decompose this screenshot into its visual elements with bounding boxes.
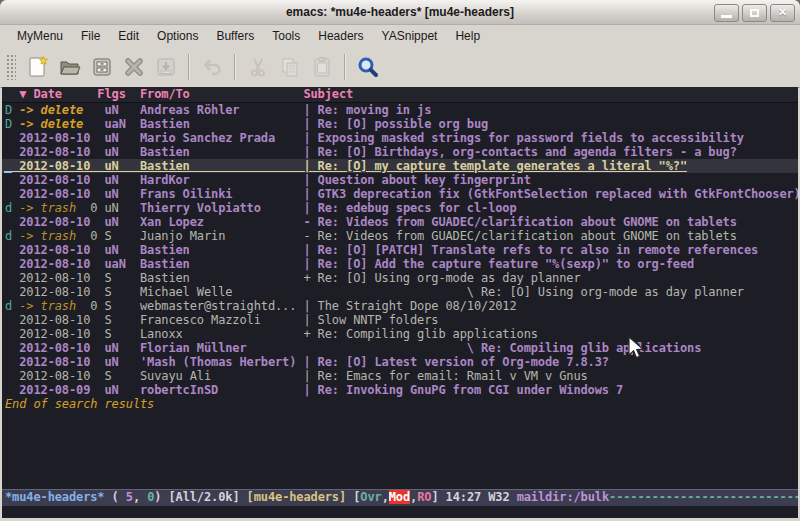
- row-read: 0 S Juanjo Marin - Re: Videos from GUADE…: [83, 229, 737, 243]
- toolbar-separator: [344, 54, 346, 80]
- message-row[interactable]: 2012-08-10 uN Florian Müllner \ Re: Comp…: [2, 341, 798, 355]
- mode-line[interactable]: *mu4e-headers* ( 5, 0) [All/2.0k] [mu4e-…: [2, 489, 798, 506]
- message-row[interactable]: 2012-08-10 uN Bastien | Re: [O] [PATCH] …: [2, 243, 798, 257]
- message-row[interactable]: d -> trash 0 S Juanjo Marin - Re: Videos…: [2, 229, 798, 243]
- menu-item-yasnippet[interactable]: YASnippet: [373, 25, 447, 47]
- message-row[interactable]: 2012-08-10 S Suvayu Ali | Re: Emacs for …: [2, 369, 798, 383]
- message-row[interactable]: 2012-08-10 uN Bastien | Re: [O] Birthday…: [2, 145, 798, 159]
- row-unread: Thierry Volpiatto | Re: edebug specs for…: [140, 201, 517, 215]
- new-file-icon[interactable]: [23, 52, 53, 82]
- window-controls: [714, 4, 795, 22]
- row-mark: [5, 341, 19, 355]
- message-row[interactable]: 2012-08-10 uN 'Mash (Thomas Herbert) | R…: [2, 355, 798, 369]
- row-del: -> delete: [19, 117, 97, 131]
- save-icon[interactable]: [87, 52, 117, 82]
- row-mark: [5, 271, 19, 285]
- toolbar-separator: [188, 54, 190, 80]
- row-mark: [5, 257, 19, 271]
- row-del: -> delete: [19, 103, 97, 117]
- message-row[interactable]: 2012-08-10 uaN Bastien | Re: [O] Add the…: [2, 257, 798, 271]
- header-hdr: ▼ Date Flgs From/To Subject: [5, 87, 353, 101]
- row-read: 2012-08-10 S Lanoxx + Re: Compiling glib…: [19, 327, 538, 341]
- message-row[interactable]: 2012-08-10 uN Xan Lopez - Re: Videos fro…: [2, 215, 798, 229]
- row-unread: 2012-08-10 uN Mario Sanchez Prada | Expo…: [19, 131, 744, 145]
- row-unread: 2012-08-10 uN Frans Oilinki | GTK3 depre…: [19, 187, 798, 201]
- message-row[interactable]: D -> delete uN Andreas Röhler | Re: movi…: [2, 103, 798, 117]
- message-row[interactable]: 2012-08-10 uN Frans Oilinki | GTK3 depre…: [2, 187, 798, 201]
- row-mark: [5, 369, 19, 383]
- row-unread: 2012-08-10 uaN Bastien | Re: [O] Add the…: [19, 257, 694, 271]
- message-row[interactable]: 2012-08-10 S Lanoxx + Re: Compiling glib…: [2, 327, 798, 341]
- maximize-button[interactable]: [742, 4, 767, 22]
- row-mark: [5, 383, 19, 397]
- toolbar-separator: [234, 54, 236, 80]
- row-unread: 2012-08-10 uN HardKor | Question about k…: [19, 173, 531, 187]
- modeline-k: [mu4e-headers]: [247, 490, 346, 504]
- row-read: 0 S webmaster@straightd... | The Straigh…: [83, 299, 516, 313]
- row-mark: d: [5, 229, 19, 243]
- close-button[interactable]: [770, 4, 795, 22]
- message-list: D -> delete uN Andreas Röhler | Re: movi…: [2, 103, 798, 397]
- menu-item-buffers[interactable]: Buffers: [207, 25, 263, 47]
- modeline-plain: ] 14:27 W32: [431, 490, 516, 504]
- menu-item-edit[interactable]: Edit: [109, 25, 148, 47]
- copy-icon: [275, 52, 305, 82]
- header-line[interactable]: ▼ Date Flgs From/To Subject: [2, 87, 798, 103]
- message-row[interactable]: 2012-08-10 uN HardKor | Question about k…: [2, 173, 798, 187]
- modeline-plain: ,: [133, 490, 147, 504]
- screen: emacs: *mu4e-headers* [mu4e-headers] MyM…: [0, 0, 800, 521]
- emacs-window: emacs: *mu4e-headers* [mu4e-headers] MyM…: [0, 0, 800, 521]
- row-mark: [5, 131, 19, 145]
- menu-item-tools[interactable]: Tools: [263, 25, 309, 47]
- end-of-results-text: End of search results: [5, 397, 154, 411]
- minimize-button[interactable]: [714, 4, 739, 22]
- menu-bar: MyMenuFileEditOptionsBuffersToolsHeaders…: [0, 25, 800, 47]
- menu-item-mymenu[interactable]: MyMenu: [8, 25, 72, 47]
- message-row[interactable]: 2012-08-09 uN robertcInSD | Re: Invoking…: [2, 383, 798, 397]
- toolbar-drag-handle[interactable]: [6, 54, 16, 80]
- row-read: 2012-08-10 S Bastien + Re: [O] Using org…: [19, 271, 580, 285]
- message-row[interactable]: D -> delete uaN Bastien | Re: [O] possib…: [2, 117, 798, 131]
- row-trash: -> trash: [19, 201, 83, 215]
- row-unread: uN Andreas Röhler | Re: moving in js: [97, 103, 431, 117]
- modeline-name: *mu4e-headers*: [5, 490, 104, 504]
- menu-item-options[interactable]: Options: [148, 25, 207, 47]
- row-read: 2012-08-10 S Michael Welle \ Re: [O] Usi…: [19, 285, 744, 299]
- row-mark: d: [5, 299, 19, 313]
- message-row[interactable]: 2012-08-10 uN Mario Sanchez Prada | Expo…: [2, 131, 798, 145]
- text-cursor: [4, 171, 12, 173]
- window-title: emacs: *mu4e-headers* [mu4e-headers]: [0, 0, 800, 24]
- open-folder-icon[interactable]: [55, 52, 85, 82]
- row-mark: D: [5, 103, 19, 117]
- message-row-current[interactable]: 2012-08-10 uN Bastien | Re: [O] my captu…: [2, 159, 798, 173]
- menu-item-headers[interactable]: Headers: [309, 25, 372, 47]
- row-mark: [5, 327, 19, 341]
- message-row[interactable]: 2012-08-10 S Bastien + Re: [O] Using org…: [2, 271, 798, 285]
- modeline-plain: ) [All/2.0k]: [154, 490, 246, 504]
- message-row[interactable]: d -> trash 0 uN Thierry Volpiatto | Re: …: [2, 201, 798, 215]
- title-bar[interactable]: emacs: *mu4e-headers* [mu4e-headers]: [0, 0, 800, 25]
- paste-icon: [307, 52, 337, 82]
- modeline-t: Ovr: [360, 490, 381, 504]
- message-row[interactable]: d -> trash 0 S webmaster@straightd... | …: [2, 299, 798, 313]
- menu-item-help[interactable]: Help: [446, 25, 489, 47]
- buffer-area: ▼ Date Flgs From/To Subject D -> delete …: [2, 87, 798, 518]
- close-buffer-icon[interactable]: [119, 52, 149, 82]
- row-mark: [5, 243, 19, 257]
- mouse-pointer-icon: [628, 336, 646, 366]
- row-read: 2012-08-10 S Francesco Mazzoli | Slow NN…: [19, 313, 438, 327]
- modeline-r: RO: [417, 490, 431, 504]
- row-hl: 2012-08-10 uN Bastien | Re: [O] my captu…: [5, 159, 687, 173]
- modeline-plain: ,: [382, 490, 389, 504]
- message-row[interactable]: 2012-08-10 S Francesco Mazzoli | Slow NN…: [2, 313, 798, 327]
- echo-area: [2, 506, 798, 518]
- menu-item-file[interactable]: File: [72, 25, 109, 47]
- row-mark: D: [5, 117, 19, 131]
- row-unread: 2012-08-10 uN Bastien | Re: [O] Birthday…: [19, 145, 737, 159]
- row-mark: d: [5, 201, 19, 215]
- row-read: 0 uN: [83, 201, 140, 215]
- search-icon[interactable]: [353, 52, 383, 82]
- message-row[interactable]: 2012-08-10 S Michael Welle \ Re: [O] Usi…: [2, 285, 798, 299]
- modeline-m: Mod: [389, 490, 410, 504]
- modeline-d: ----------------------------------------…: [609, 490, 798, 504]
